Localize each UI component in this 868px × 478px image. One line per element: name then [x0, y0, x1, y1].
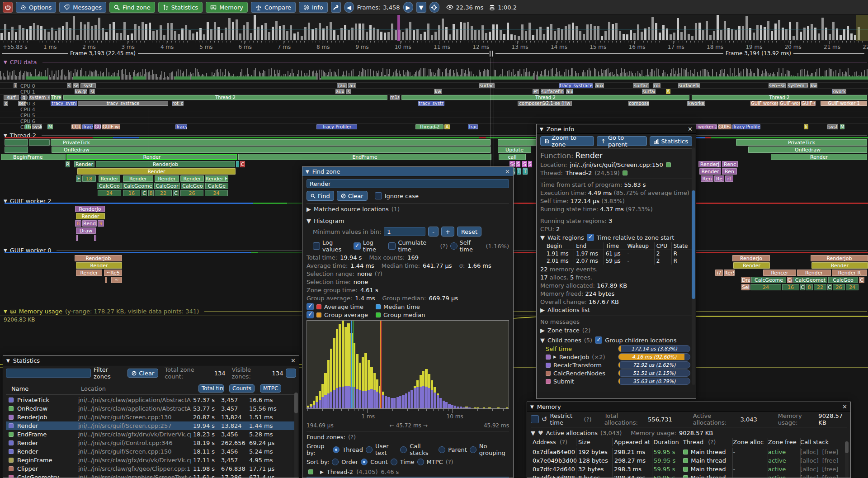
statistics-row[interactable]: OnRedrawjni/../jni/src/claw/application/… — [6, 404, 296, 413]
histogram-section-toggle[interactable]: ▼ Histogram — [307, 218, 509, 224]
allocations-list-toggle[interactable]: ▶Allocations list — [540, 307, 692, 313]
col-total-time[interactable]: Total time — [198, 384, 224, 393]
statistics-row[interactable]: Renderjni/../jni/src/guif/Screen.cpp:257… — [6, 421, 296, 430]
mem-col-header[interactable]: Zone free — [765, 439, 797, 445]
wait-col-header[interactable]: Wakeup — [625, 242, 654, 250]
group-by-radio[interactable] — [400, 446, 407, 453]
statistics-row[interactable]: CalcGeometryjni/../jni/src/claw/graphics… — [6, 473, 296, 478]
group-by-radio[interactable] — [366, 446, 373, 453]
wait-col-header[interactable]: Time — [604, 242, 625, 250]
col-counts[interactable]: Counts — [229, 384, 255, 393]
group-by-radio[interactable] — [439, 446, 445, 453]
col-name[interactable]: Name — [6, 385, 78, 392]
group-by-radio[interactable] — [333, 446, 340, 453]
free-callstack-link[interactable]: [free] — [822, 466, 839, 473]
zone-statistics-button[interactable]: Statistics — [650, 136, 692, 146]
group-children-checkbox[interactable] — [595, 336, 602, 344]
find-button[interactable]: Find — [307, 191, 334, 201]
minus-button[interactable]: - — [428, 227, 439, 237]
find-zone-titlebar[interactable]: ▼ Find zone ✕ — [302, 167, 513, 176]
show-group-checkbox[interactable] — [307, 311, 314, 318]
statistics-row[interactable]: EndFramejni/../jni/src/claw/gfx/drv/vk/D… — [6, 430, 296, 439]
close-icon[interactable]: ✕ — [842, 403, 847, 410]
statistics-scrollbar[interactable] — [294, 393, 298, 478]
mem-col-header[interactable]: Call stack — [797, 439, 847, 445]
find-zone-query-input[interactable]: Render — [307, 179, 509, 188]
zone-trace-toggle[interactable]: ▶Zone trace(2) — [540, 327, 692, 334]
zoom-to-zone-button[interactable]: Zoom to zone — [540, 136, 594, 146]
plus-button[interactable]: + — [441, 227, 454, 237]
clear-filter-button[interactable]: Clear — [127, 369, 158, 378]
clear-button[interactable]: Clear — [337, 191, 368, 201]
child-zone-row[interactable]: RecalcTransform72.92 us (1.62%) — [540, 361, 692, 369]
allocation-row[interactable]: 0x7dfc42d64032 bytes298.3 ms59.95 sMain … — [531, 465, 847, 473]
wait-col-header[interactable]: State — [671, 242, 692, 250]
mem-col-header[interactable]: Appeared at — [611, 439, 651, 445]
collapse-triangle-icon: ▼ — [530, 404, 534, 409]
self-time-checkbox[interactable] — [450, 242, 458, 250]
statistics-row[interactable]: Clipperjni/../jni/src/claw/gfx/geo/Clipp… — [6, 464, 296, 473]
statistics-row[interactable]: BeginFramejni/../jni/src/claw/gfx/drv/vk… — [6, 456, 296, 464]
mem-col-header[interactable]: Address (?) — [531, 439, 576, 445]
filter-zones-input[interactable] — [6, 369, 91, 378]
child-zone-row[interactable]: Submit35.63 us (0.79%) — [540, 377, 692, 385]
mem-col-header[interactable]: Size — [576, 439, 611, 445]
mem-col-header[interactable]: Zone alloc — [731, 439, 765, 445]
statistics-row[interactable]: RenderJobjni/../jni/src/guif/Screen.cpp:… — [6, 413, 296, 421]
close-icon[interactable]: ✕ — [688, 126, 693, 133]
cumulate-time-checkbox[interactable] — [388, 242, 396, 250]
wait-col-header[interactable]: CPU — [654, 242, 671, 250]
memory-scrollbar[interactable] — [845, 441, 849, 478]
reset-button[interactable]: Reset — [457, 227, 481, 237]
wait-col-header[interactable]: End — [574, 242, 604, 250]
alloc-callstack-link[interactable]: [alloc] — [800, 474, 818, 478]
child-zone-row[interactable]: ▶RenderJob(×2)4.16 ms (92.60%) — [540, 353, 692, 361]
allocation-row[interactable]: 0x7e049b3d00128 bytes298.27 ms59.95 sMai… — [531, 456, 847, 465]
ignore-case-checkbox[interactable] — [375, 192, 382, 199]
sort-by-radio[interactable] — [417, 459, 424, 465]
found-zone-group-row[interactable]: ▶Thread-2(4,105)6.46 s — [307, 467, 509, 477]
sort-by-radio[interactable] — [361, 459, 368, 465]
sort-by-radio[interactable] — [391, 459, 397, 465]
child-zone-row[interactable]: Self time172.14 us (3.83%) — [540, 345, 692, 353]
allocation-row[interactable]: 0x7dfaa64e00192 bytes298.21 ms59.95 sMai… — [531, 448, 847, 456]
col-mtpc[interactable]: MTPC — [260, 384, 281, 393]
alloc-callstack-link[interactable]: [alloc] — [800, 449, 818, 455]
clipped-button[interactable] — [286, 369, 296, 378]
free-callstack-link[interactable]: [free] — [822, 457, 839, 464]
log-time-checkbox[interactable] — [354, 242, 361, 250]
statistics-titlebar[interactable]: ▼ Statistics ✕ — [3, 356, 299, 365]
sort-by-radio[interactable] — [332, 459, 339, 465]
wait-col-header[interactable]: Begin — [545, 242, 574, 250]
allocation-row[interactable]: 0x7dfc53d8988 bytes298.34 ms59.95 sMain … — [531, 473, 847, 478]
matched-source-locations[interactable]: ▶ Matched source locations (1) — [307, 206, 509, 213]
free-callstack-link[interactable]: [free] — [822, 449, 839, 455]
zone-info-titlebar[interactable]: ▼ Zone info ✕ — [537, 124, 696, 134]
restrict-time-checkbox[interactable] — [531, 415, 539, 423]
zone-info-scrollbar[interactable] — [692, 147, 695, 385]
relative-time-checkbox[interactable] — [587, 234, 594, 241]
statistics-row[interactable]: PrivateTickjni/../jni/src/claw/applicati… — [6, 396, 296, 404]
free-callstack-link[interactable]: [free] — [822, 474, 839, 478]
zone-time-histogram[interactable] — [307, 320, 509, 409]
child-zones-toggle[interactable]: ▼Child zones(5) Group children locations — [540, 336, 692, 344]
mem-col-header[interactable]: Thread (?) — [680, 439, 731, 445]
active-allocations-toggle[interactable]: ▼ ♥ Active allocations (3,043) Memory us… — [531, 430, 847, 436]
group-by-radio[interactable] — [470, 446, 476, 453]
statistics-row[interactable]: Renderjni/../jni/src/guif/Screen.cpp:150… — [6, 447, 296, 456]
zone-location[interactable]: jni/../jni/src/guif/Screen.cpp:150 — [570, 161, 663, 168]
min-bin-input[interactable]: 1 — [384, 227, 425, 236]
col-location[interactable]: Location — [81, 385, 194, 392]
statistics-row[interactable]: Renderjni/../jni/src/guif/Control.cpp:34… — [6, 439, 296, 447]
close-icon[interactable]: ✕ — [291, 357, 296, 364]
child-zone-row[interactable]: CalcRenderNodes51.51 us (1.15%) — [540, 369, 692, 377]
memory-titlebar[interactable]: ▼ Memory ✕ — [527, 402, 850, 412]
go-to-parent-button[interactable]: ↑ Go to parent — [597, 136, 647, 146]
log-values-checkbox[interactable] — [313, 242, 320, 250]
alloc-callstack-link[interactable]: [alloc] — [800, 457, 818, 464]
alloc-callstack-link[interactable]: [alloc] — [800, 466, 818, 473]
show-average-checkbox[interactable] — [307, 303, 314, 310]
mem-col-header[interactable]: Duration — [651, 439, 680, 445]
wait-regions-toggle[interactable]: ▼Wait regions Time relative to zone star… — [540, 234, 692, 241]
close-icon[interactable]: ✕ — [505, 168, 510, 175]
